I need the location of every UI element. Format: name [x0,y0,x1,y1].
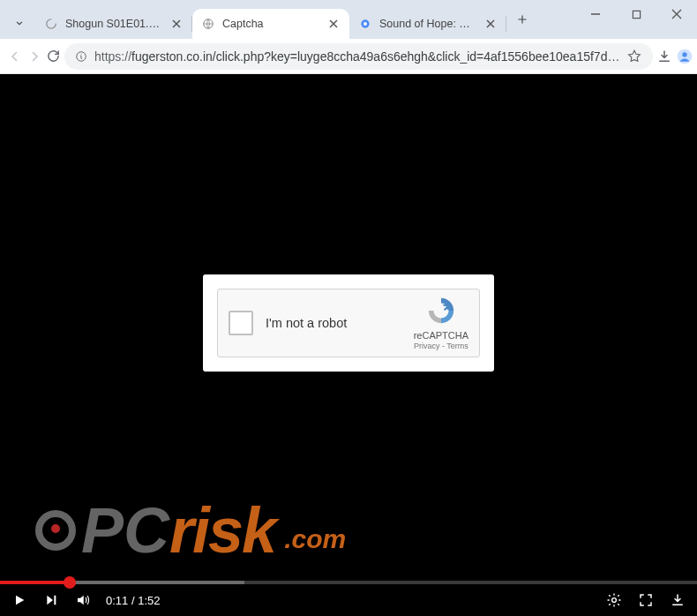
site-info-icon[interactable] [75,50,87,63]
tab-title: Captcha [222,18,319,30]
settings-button[interactable] [605,591,623,609]
play-button[interactable] [11,591,28,609]
play-icon [12,593,26,607]
player-time: 0:11 / 1:52 [106,594,160,607]
captcha-card: I'm not a robot reCAPTCHA Privacy - Term… [203,274,494,372]
download-icon [670,592,686,608]
captcha-widget: I'm not a robot reCAPTCHA Privacy - Term… [217,289,480,357]
tab-sound-of-hope[interactable]: Sound of Hope: The Story o… [349,9,506,39]
next-button[interactable] [42,591,60,609]
recaptcha-icon [426,296,456,326]
gear-icon [606,592,622,608]
volume-button[interactable] [74,591,92,609]
tab-captcha[interactable]: Captcha [192,9,349,39]
minimize-icon [590,9,601,19]
close-icon [671,9,682,19]
tab-search-dropdown[interactable] [7,11,32,35]
captcha-label: I'm not a robot [266,316,401,330]
url-input[interactable]: https://fugerston.co.in/click.php?key=lu… [64,43,653,70]
tab-title: Sound of Hope: The Story o… [379,18,476,30]
close-icon [486,19,495,28]
downloads-button[interactable] [656,42,672,71]
window-close-button[interactable] [656,0,697,28]
url-text: https://fugerston.co.in/click.php?key=lu… [94,49,619,64]
nav-forward-button[interactable] [26,42,42,71]
fullscreen-button[interactable] [637,591,655,609]
browser-titlebar: Shogun S01E01.mp4 Captcha Sound of Hope:… [0,0,697,39]
address-bar: https://fugerston.co.in/click.php?key=lu… [0,39,697,74]
captcha-terms-link[interactable]: Terms [446,342,468,350]
svg-point-10 [612,598,617,603]
tab-shogun[interactable]: Shogun S01E01.mp4 [35,9,192,39]
window-maximize-button[interactable] [616,0,656,28]
captcha-privacy-link[interactable]: Privacy [414,342,440,350]
plus-icon [516,13,528,26]
maximize-icon [632,10,641,19]
tab-close-button[interactable] [326,17,341,31]
player-controls: 0:11 / 1:52 [0,584,697,616]
tab-strip: Shogun S01E01.mp4 Captcha Sound of Hope:… [35,7,506,39]
pcrisk-watermark: P C risk .com [35,507,346,554]
svg-point-6 [683,52,687,56]
download-video-button[interactable] [669,591,686,609]
captcha-checkbox[interactable] [229,311,253,335]
download-icon [656,49,672,64]
arrow-left-icon [7,49,23,64]
new-tab-button[interactable] [510,7,535,32]
nav-back-button[interactable] [7,42,23,71]
close-icon [329,19,338,28]
volume-icon [75,592,91,608]
bookmark-star-icon[interactable] [626,49,642,64]
loading-spinner-icon [44,17,58,31]
tab-close-button[interactable] [483,17,498,31]
tab-close-button[interactable] [169,17,184,31]
close-icon [172,19,181,28]
chevron-down-icon [13,17,26,29]
page-viewport: I'm not a robot reCAPTCHA Privacy - Term… [0,74,697,616]
window-minimize-button[interactable] [575,0,616,28]
avatar-icon [676,48,693,65]
site-favicon-icon [358,17,372,31]
globe-icon [201,17,215,31]
captcha-brand: reCAPTCHA Privacy - Terms [414,296,468,351]
fullscreen-icon [638,592,654,608]
nav-reload-button[interactable] [46,42,61,71]
reload-icon [46,49,61,64]
svg-rect-3 [633,11,640,18]
arrow-right-icon [26,49,42,64]
profile-button[interactable] [676,42,693,71]
next-icon [44,593,58,607]
watermark-eye-icon [35,510,76,551]
window-controls [575,0,697,28]
tab-title: Shogun S01E01.mp4 [65,18,162,30]
svg-point-2 [363,22,367,26]
